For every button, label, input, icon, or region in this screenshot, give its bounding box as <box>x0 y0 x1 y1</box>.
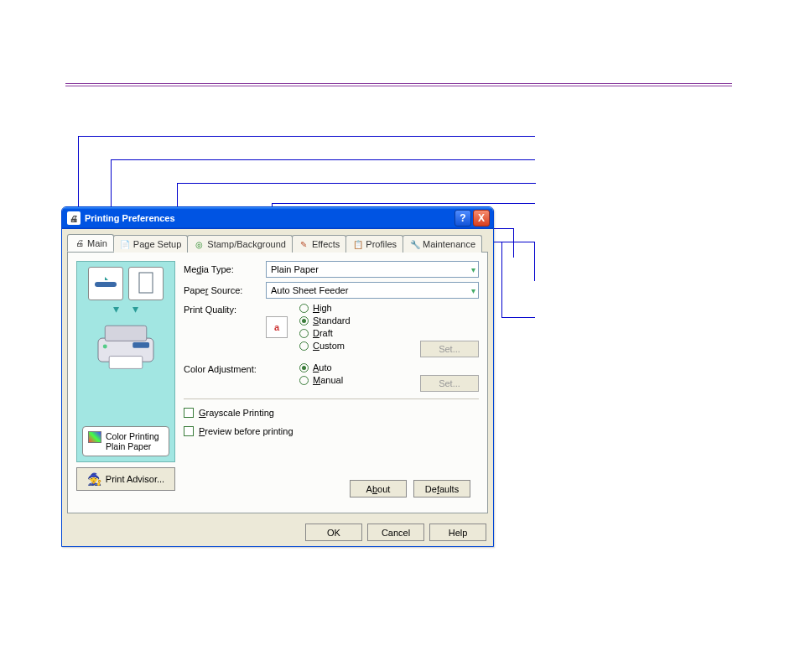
callout-line <box>534 242 535 281</box>
effects-icon: ✎ <box>299 239 309 250</box>
tab-label: Effects <box>312 239 340 249</box>
preview-checkbox[interactable]: Preview before printing <box>184 426 479 436</box>
color-swatch-icon <box>88 431 101 443</box>
advisor-label: Print Advisor... <box>106 474 164 484</box>
window-title: Printing Preferences <box>85 213 453 223</box>
color-set-button[interactable]: Set... <box>420 375 479 392</box>
print-quality-label: Print Quality: <box>184 303 266 351</box>
radio-auto[interactable]: Auto <box>299 362 343 372</box>
tab-maintenance[interactable]: 🔧 Maintenance <box>403 235 482 253</box>
tab-label: Stamp/Background <box>207 239 286 249</box>
media-type-combo[interactable]: Plain Paper ▾ <box>266 261 479 278</box>
page-icon: 📄 <box>120 239 131 250</box>
dialog-button-row: OK Cancel Help <box>62 518 493 546</box>
color-adjustment-label: Color Adjustment: <box>184 362 266 385</box>
ok-button[interactable]: OK <box>305 524 362 541</box>
printer-icon: 🖨 <box>74 237 85 248</box>
cancel-button[interactable]: Cancel <box>367 524 424 541</box>
combo-value: Auto Sheet Feeder <box>271 285 348 295</box>
svg-rect-3 <box>105 326 147 341</box>
svg-point-6 <box>103 345 107 349</box>
tab-label: Profiles <box>366 239 397 249</box>
titlebar[interactable]: 🖨 Printing Preferences ? X <box>62 207 493 229</box>
paper-source-label: Paper Source: <box>184 285 266 295</box>
maintenance-icon: 🔧 <box>409 239 420 250</box>
info-line: Color Printing <box>106 431 159 441</box>
svg-rect-5 <box>132 342 149 348</box>
callout-line <box>177 183 536 184</box>
preview-arrow: ▾ ▾ <box>82 302 169 315</box>
chevron-down-icon: ▾ <box>471 265 475 274</box>
tab-page-setup[interactable]: 📄 Page Setup <box>113 235 189 253</box>
advisor-icon: 🧙 <box>87 472 101 486</box>
chevron-down-icon: ▾ <box>471 286 475 295</box>
preview-page-icon <box>128 267 164 300</box>
tab-label: Main <box>87 238 107 248</box>
callout-line <box>513 228 514 258</box>
quality-set-button[interactable]: Set... <box>420 341 479 357</box>
help-button[interactable]: Help <box>429 524 486 541</box>
radio-custom[interactable]: Custom <box>299 341 351 351</box>
grayscale-checkbox[interactable]: Grayscale Printing <box>184 408 479 418</box>
profiles-icon: 📋 <box>352 239 363 250</box>
preview-info-box: Color Printing Plain Paper <box>82 426 169 456</box>
tab-profiles[interactable]: 📋 Profiles <box>345 235 403 253</box>
separator-double <box>65 83 732 86</box>
info-line: Plain Paper <box>106 441 159 451</box>
printing-preferences-window: 🖨 Printing Preferences ? X 🖨 Main 📄 Page… <box>61 206 494 547</box>
preview-panel: ▾ ▾ Color Printing Plain Paper <box>76 261 175 462</box>
callout-line <box>272 203 535 204</box>
separator <box>184 399 479 399</box>
callout-line <box>78 136 535 137</box>
radio-standard[interactable]: Standard <box>299 315 351 326</box>
callout-line <box>111 159 535 160</box>
tab-stamp-background[interactable]: ◎ Stamp/Background <box>187 235 293 253</box>
app-icon: 🖨 <box>67 211 81 225</box>
preview-printer-image <box>82 319 169 376</box>
svg-rect-0 <box>95 282 117 287</box>
print-advisor-button[interactable]: 🧙 Print Advisor... <box>76 467 175 491</box>
tab-label: Maintenance <box>423 239 475 249</box>
svg-rect-1 <box>139 273 153 293</box>
radio-draft[interactable]: Draft <box>299 328 351 338</box>
tab-label: Page Setup <box>133 239 182 249</box>
defaults-button[interactable]: Defaults <box>413 480 470 497</box>
tabstrip: 🖨 Main 📄 Page Setup ◎ Stamp/Background ✎… <box>62 229 493 252</box>
tab-main[interactable]: 🖨 Main <box>67 234 114 252</box>
svg-rect-4 <box>109 357 143 369</box>
preview-feed-icon <box>88 267 123 300</box>
tab-panel-main: ▾ ▾ Color Printing Plain Paper <box>67 252 488 513</box>
stamp-icon: ◎ <box>194 239 205 250</box>
titlebar-close-button[interactable]: X <box>473 210 490 227</box>
radio-manual[interactable]: Manual <box>299 375 343 385</box>
tab-effects[interactable]: ✎ Effects <box>292 235 346 253</box>
titlebar-help-button[interactable]: ? <box>455 210 471 227</box>
quality-icon: a <box>266 316 288 338</box>
callout-line <box>501 317 535 318</box>
paper-source-combo[interactable]: Auto Sheet Feeder ▾ <box>266 282 479 299</box>
combo-value: Plain Paper <box>271 264 319 274</box>
media-type-label: Media Type: <box>184 264 266 274</box>
about-button[interactable]: About <box>350 480 407 497</box>
callout-line <box>501 242 502 318</box>
radio-high[interactable]: High <box>299 303 351 313</box>
